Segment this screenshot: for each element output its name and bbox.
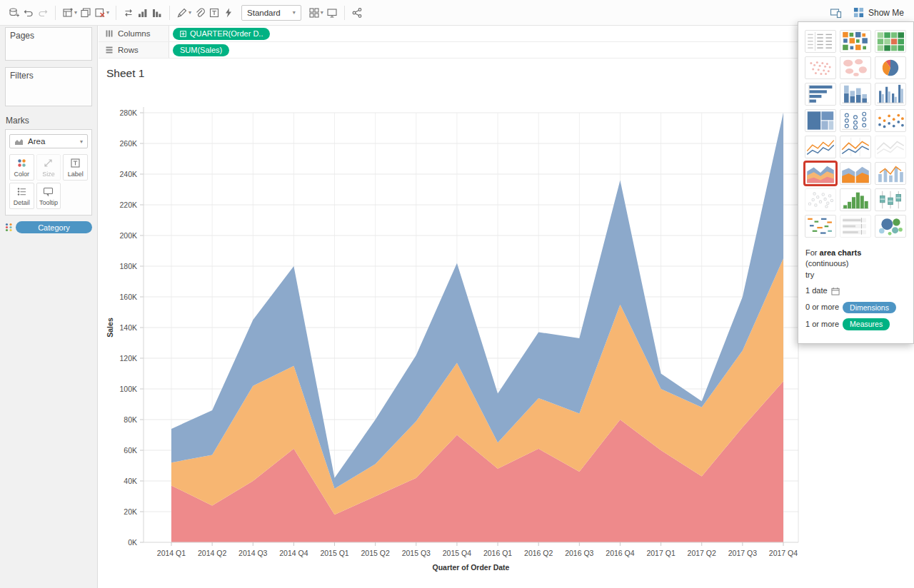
fit-selector[interactable]: Standard ▾ [241, 5, 301, 21]
category-pill[interactable]: Category [16, 221, 92, 233]
showme-thumb-scatter-plot[interactable] [805, 188, 836, 211]
undo-button[interactable] [21, 4, 36, 22]
showme-thumb-side-by-side-circles[interactable] [875, 109, 906, 132]
dropdown-caret-icon: ▾ [189, 9, 191, 16]
color-label: Color [14, 171, 30, 178]
gantt-icon [805, 216, 835, 237]
sort-descending-button[interactable] [150, 4, 164, 22]
marks-label: Marks [6, 116, 92, 126]
label-label: Label [68, 171, 84, 178]
sort-descending-icon [151, 7, 163, 19]
showme-thumb-side-by-side-bars[interactable] [875, 83, 906, 106]
y-tick-label: 240K [119, 170, 137, 178]
rows-field-pill[interactable]: SUM(Sales) [173, 44, 229, 56]
measure-req-text: 1 or more [805, 319, 839, 330]
calendar-icon [831, 287, 840, 295]
new-datasource-icon [9, 7, 20, 19]
x-tick-label: 2017 Q1 [646, 549, 675, 557]
showme-thumb-dual-combination[interactable] [875, 162, 906, 185]
showme-thumb-heat-map[interactable] [840, 30, 871, 53]
mark-type-dropdown[interactable]: Area ▾ [9, 134, 88, 148]
showme-thumb-packed-bubbles[interactable] [875, 215, 906, 238]
discrete-lines-icon [840, 136, 870, 158]
showme-thumb-circle-views[interactable] [840, 109, 871, 132]
highlight-table-icon [875, 31, 905, 52]
sort-ascending-button[interactable] [136, 4, 150, 22]
showme-thumb-horizontal-bars[interactable] [805, 83, 836, 106]
size-button[interactable]: Size [36, 154, 61, 181]
share-button[interactable] [350, 4, 364, 22]
clear-sheet-button[interactable]: ▾ [93, 4, 111, 22]
showme-thumb-discrete-lines[interactable] [840, 136, 871, 158]
circle-views-icon [840, 110, 870, 131]
group-members-button[interactable] [193, 4, 207, 22]
label-button[interactable]: Label [63, 154, 88, 181]
show-me-label: Show Me [868, 8, 904, 18]
worksheet: Sheet 1 0K20K40K60K80K100K120K140K160K18… [99, 59, 914, 588]
show-mark-labels-button[interactable] [207, 4, 221, 22]
pages-shelf[interactable]: Pages [5, 27, 92, 61]
heat-map-icon [840, 31, 870, 52]
columns-field-pill[interactable]: QUARTER(Order D.. [173, 28, 270, 40]
showme-thumb-continuous-area[interactable] [805, 162, 836, 185]
showme-thumb-dual-lines[interactable] [875, 136, 906, 158]
showme-thumb-symbol-map[interactable] [805, 56, 836, 79]
new-worksheet-button[interactable]: ▾ [61, 4, 79, 22]
showme-thumb-filled-map[interactable] [840, 56, 871, 79]
showme-thumb-histogram[interactable] [840, 188, 871, 211]
marks-card: Area ▾ Color Size Label Detail Toolt [5, 129, 92, 216]
tooltip-label: Tooltip [39, 199, 58, 206]
device-preview-button[interactable] [828, 4, 843, 22]
hint-try: try [805, 270, 814, 279]
x-tick-label: 2017 Q4 [769, 549, 798, 557]
showme-thumb-treemap[interactable] [805, 109, 836, 132]
swap-axes-button[interactable] [121, 4, 136, 22]
dimensions-pill[interactable]: Dimensions [843, 302, 896, 314]
x-tick-label: 2016 Q1 [483, 549, 512, 557]
area-chart[interactable]: 0K20K40K60K80K100K120K140K160K180K200K22… [99, 59, 914, 588]
x-tick-label: 2015 Q4 [443, 549, 471, 557]
toolbar: ▾ ▾ ▾ Standard ▾ ▾ [0, 0, 914, 26]
presentation-mode-button[interactable] [325, 4, 339, 22]
size-icon [43, 158, 54, 168]
showme-thumb-discrete-area[interactable] [840, 162, 871, 185]
fix-axes-button[interactable] [221, 4, 236, 22]
duplicate-sheet-button[interactable] [79, 4, 93, 22]
y-tick-label: 180K [119, 262, 137, 270]
redo-button[interactable] [36, 4, 50, 22]
showme-thumb-gantt[interactable] [805, 215, 836, 238]
showme-thumb-continuous-lines[interactable] [805, 136, 836, 158]
category-pill-label: Category [38, 223, 70, 232]
tooltip-button[interactable]: Tooltip [36, 183, 61, 209]
y-tick-label: 200K [119, 231, 137, 240]
highlight-button[interactable]: ▾ [175, 4, 193, 22]
side-by-side-circles-icon [875, 110, 905, 131]
new-worksheet-icon [62, 7, 74, 19]
scatter-plot-icon [805, 189, 835, 211]
filters-shelf[interactable]: Filters [5, 67, 92, 106]
new-datasource-button[interactable] [7, 4, 21, 22]
color-button[interactable]: Color [9, 154, 34, 181]
measure-requirement: 1 or more Measures [805, 318, 906, 330]
color-legend-icon [5, 223, 13, 232]
x-tick-label: 2015 Q1 [320, 549, 348, 557]
cards-grid-icon [308, 7, 320, 19]
showme-thumb-bullet-graph[interactable] [840, 215, 871, 238]
measures-pill[interactable]: Measures [843, 318, 890, 330]
showme-thumb-text-table[interactable] [805, 30, 836, 53]
showme-thumb-stacked-bars[interactable] [840, 83, 871, 106]
y-tick-label: 280K [119, 108, 137, 117]
showme-thumb-highlight-table[interactable] [875, 30, 906, 53]
mark-type-value: Area [28, 137, 45, 146]
y-tick-label: 260K [119, 139, 137, 148]
show-hide-cards-button[interactable]: ▾ [307, 4, 325, 22]
y-tick-label: 60K [124, 446, 137, 455]
detail-button[interactable]: Detail [9, 183, 34, 209]
y-tick-label: 40K [124, 477, 137, 485]
showme-thumb-pie-chart[interactable] [875, 56, 906, 79]
show-me-button[interactable]: Show Me [853, 7, 904, 18]
showme-thumb-box-and-whisker[interactable] [875, 188, 906, 211]
columns-label: Columns [118, 29, 150, 38]
hint-bold: area charts [820, 248, 862, 257]
toolbar-right-group: Show Me [828, 4, 907, 22]
